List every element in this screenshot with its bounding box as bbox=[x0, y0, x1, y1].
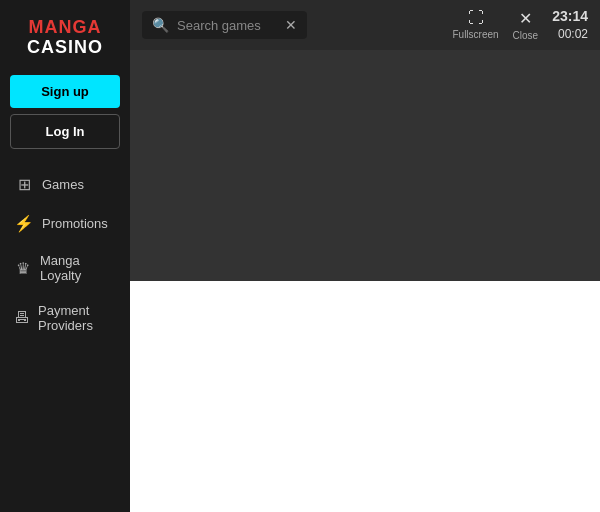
promotions-icon: ⚡ bbox=[14, 214, 34, 233]
close-label: Close bbox=[513, 30, 539, 41]
search-clear-icon[interactable]: ✕ bbox=[285, 17, 297, 33]
sidebar-item-manga-loyalty[interactable]: ♛ Manga Loyalty bbox=[10, 243, 120, 293]
fullscreen-icon: ⛶ bbox=[468, 9, 484, 27]
sidebar-item-payment-providers[interactable]: 🖷 Payment Providers bbox=[10, 293, 120, 343]
white-content-section bbox=[130, 281, 600, 512]
sidebar: MANGACASINO Sign up Log In ⊞ Games ⚡ Pro… bbox=[0, 0, 130, 512]
fullscreen-button[interactable]: ⛶ Fullscreen bbox=[452, 9, 498, 40]
sidebar-item-games[interactable]: ⊞ Games bbox=[10, 165, 120, 204]
topbar: 🔍 ✕ ⛶ Fullscreen ✕ Close 23:14 00:02 bbox=[130, 0, 600, 50]
search-bar[interactable]: 🔍 ✕ bbox=[142, 11, 307, 39]
sidebar-item-label: Games bbox=[42, 177, 84, 192]
topbar-time: 23:14 00:02 bbox=[552, 7, 588, 43]
close-icon: ✕ bbox=[519, 9, 532, 28]
sidebar-item-label: Promotions bbox=[42, 216, 108, 231]
loyalty-icon: ♛ bbox=[14, 259, 32, 278]
logo-area: MANGACASINO bbox=[10, 10, 120, 65]
search-input[interactable] bbox=[177, 18, 277, 33]
search-icon: 🔍 bbox=[152, 17, 169, 33]
sidebar-item-label: Payment Providers bbox=[38, 303, 116, 333]
login-button[interactable]: Log In bbox=[10, 114, 120, 149]
time-secondary: 00:02 bbox=[558, 26, 588, 43]
dark-content-section bbox=[130, 50, 600, 281]
sidebar-item-promotions[interactable]: ⚡ Promotions bbox=[10, 204, 120, 243]
content-area bbox=[130, 50, 600, 512]
close-button[interactable]: ✕ Close bbox=[513, 9, 539, 41]
games-icon: ⊞ bbox=[14, 175, 34, 194]
signup-button[interactable]: Sign up bbox=[10, 75, 120, 108]
payment-icon: 🖷 bbox=[14, 309, 30, 327]
fullscreen-label: Fullscreen bbox=[452, 29, 498, 40]
time-main: 23:14 bbox=[552, 7, 588, 27]
sidebar-item-label: Manga Loyalty bbox=[40, 253, 116, 283]
topbar-right: ⛶ Fullscreen ✕ Close 23:14 00:02 bbox=[452, 7, 588, 43]
logo: MANGACASINO bbox=[27, 18, 103, 58]
main-area: 🔍 ✕ ⛶ Fullscreen ✕ Close 23:14 00:02 bbox=[130, 0, 600, 512]
